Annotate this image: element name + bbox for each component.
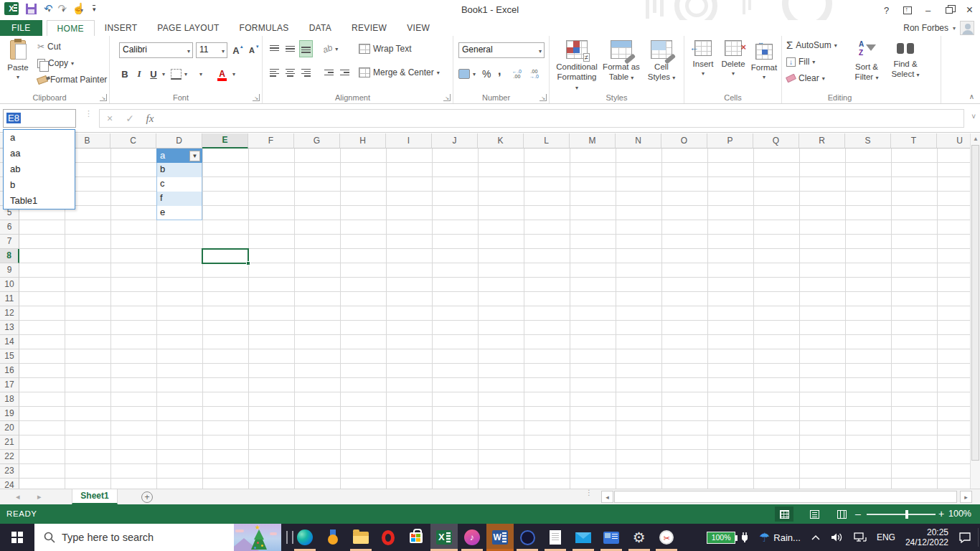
cut-button[interactable]: ✂ Cut (37, 39, 61, 55)
collapse-ribbon-button[interactable]: ∧ (969, 93, 974, 100)
borders-button[interactable]: ▾ (171, 66, 187, 82)
file-explorer-icon[interactable] (347, 524, 374, 551)
settings-icon[interactable]: ⚙ (626, 524, 653, 551)
decrease-decimal-button[interactable]: .00→.0 (529, 66, 539, 82)
name-dropdown-item-table1[interactable]: Table1 (4, 193, 75, 209)
network-button[interactable] (854, 532, 867, 542)
row-header-9[interactable]: 9 (0, 263, 19, 278)
alignment-dialog-launcher[interactable] (443, 94, 451, 101)
vertical-scroll-thumb[interactable] (971, 145, 979, 461)
enter-button[interactable]: ✓ (120, 113, 140, 124)
underline-button[interactable]: U▾ (148, 66, 165, 82)
filter-dropdown-button[interactable]: ▼ (189, 151, 200, 161)
percent-style-button[interactable]: % (482, 66, 491, 82)
table-cell-d5[interactable]: e (156, 206, 202, 220)
zoom-slider[interactable] (867, 514, 936, 515)
row-header-8[interactable]: 8 (0, 249, 19, 263)
delete-cells-button[interactable]: × Delete▾ (719, 38, 748, 100)
top-align-button[interactable] (268, 41, 281, 57)
row-header-19[interactable]: 19 (0, 407, 19, 421)
column-header-q[interactable]: Q (753, 133, 799, 149)
row-header-7[interactable]: 7 (0, 235, 19, 249)
font-dialog-launcher[interactable] (253, 94, 260, 101)
column-header-m[interactable]: M (570, 133, 616, 149)
paste-button[interactable]: Paste▾ (3, 38, 33, 100)
ribbon-tab-data[interactable]: DATA (299, 20, 341, 36)
shrink-font-button[interactable]: A▾ (246, 42, 259, 58)
column-header-l[interactable]: L (524, 133, 570, 149)
avatar[interactable] (960, 21, 974, 35)
clear-button[interactable]: Clear▾ (786, 73, 825, 83)
italic-button[interactable]: I (133, 66, 145, 82)
table-cell-d3[interactable]: c (156, 177, 202, 192)
store-icon[interactable] (402, 524, 430, 551)
save-button[interactable] (26, 4, 37, 14)
insert-cells-button[interactable]: ← Insert▾ (689, 38, 717, 100)
notepad-icon[interactable] (542, 524, 569, 551)
column-header-i[interactable]: I (386, 133, 432, 149)
snipping-tool-icon[interactable]: ✂ (653, 524, 680, 551)
customize-qat-button[interactable]: ▾ (93, 5, 96, 12)
fill-handle[interactable] (246, 261, 250, 265)
autosum-button[interactable]: ΣAutoSum▾ (786, 40, 837, 50)
conditional-formatting-button[interactable]: ≠ Conditional Formatting ▾ (555, 38, 599, 100)
align-right-button[interactable] (300, 65, 312, 80)
format-cells-button[interactable]: ↔ Format▾ (749, 38, 779, 100)
column-header-s[interactable]: S (845, 133, 891, 149)
row-header-14[interactable]: 14 (0, 335, 19, 349)
column-header-o[interactable]: O (661, 133, 707, 149)
column-header-n[interactable]: N (616, 133, 661, 149)
table-cell-d4[interactable]: f (156, 192, 202, 206)
name-dropdown-item-a[interactable]: a (4, 130, 75, 146)
row-header-10[interactable]: 10 (0, 278, 19, 292)
column-header-r[interactable]: R (799, 133, 845, 149)
formula-input[interactable] (160, 110, 963, 127)
zoom-level[interactable]: 100% (948, 509, 971, 519)
find-select-button[interactable]: Find & Select ▾ (887, 38, 924, 100)
ribbon-tab-formulas[interactable]: FORMULAS (230, 20, 299, 36)
normal-view-button[interactable] (775, 507, 793, 522)
wrap-text-button[interactable]: Wrap Text (359, 41, 412, 57)
vertical-scrollbar[interactable]: ▲ (970, 133, 980, 489)
row-header-17[interactable]: 17 (0, 378, 19, 392)
align-left-button[interactable] (268, 65, 281, 80)
column-header-k[interactable]: K (478, 133, 524, 149)
column-header-g[interactable]: G (294, 133, 340, 149)
horizontal-scrollbar[interactable] (614, 491, 957, 503)
center-button[interactable] (284, 65, 296, 80)
row-header-12[interactable]: 12 (0, 306, 19, 321)
language-indicator[interactable]: ENG (877, 532, 895, 542)
name-dropdown-item-b[interactable]: b (4, 177, 75, 193)
accounting-format-button[interactable]: ▾ (458, 66, 476, 82)
name-dropdown-item-aa[interactable]: aa (4, 146, 75, 161)
cell-styles-button[interactable]: Cell Styles ▾ (644, 38, 679, 100)
show-desktop-divider[interactable] (978, 528, 979, 547)
decrease-indent-button[interactable] (323, 65, 335, 80)
excel-icon[interactable]: X (430, 524, 458, 551)
orientation-button[interactable]: ab▾ (323, 41, 338, 57)
format-painter-button[interactable]: Format Painter (37, 72, 107, 88)
expand-formula-bar-button[interactable]: ˅ (971, 113, 976, 121)
name-box-splitter[interactable]: ⋮ (85, 111, 93, 116)
undo-button[interactable]: ↶▾ (44, 2, 51, 15)
fill-button[interactable]: ↓Fill▾ (786, 57, 815, 67)
zoom-out-button[interactable]: – (855, 508, 861, 519)
taskbar-search[interactable]: Type here to search ★ (34, 524, 281, 551)
merge-center-button[interactable]: Merge & Center▾ (359, 65, 440, 80)
ribbon-tab-review[interactable]: REVIEW (341, 20, 397, 36)
bottom-align-button[interactable] (300, 41, 312, 57)
redo-button[interactable]: ↷▾ (58, 2, 65, 15)
signed-in-user[interactable]: Ron Forbes (903, 23, 948, 33)
ribbon-tab-page-layout[interactable]: PAGE LAYOUT (147, 20, 229, 36)
action-center-button[interactable] (958, 532, 971, 543)
row-header-16[interactable]: 16 (0, 364, 19, 378)
page-layout-view-button[interactable] (805, 507, 824, 522)
edge-icon[interactable] (291, 524, 319, 551)
number-dialog-launcher[interactable] (540, 94, 547, 101)
row-header-13[interactable]: 13 (0, 321, 19, 335)
word-icon[interactable]: W (486, 524, 514, 551)
zoom-in-button[interactable]: + (938, 508, 944, 519)
column-header-d[interactable]: D (156, 133, 202, 149)
row-header-24[interactable]: 24 (0, 479, 19, 489)
hidden-icons-button[interactable] (811, 534, 821, 541)
